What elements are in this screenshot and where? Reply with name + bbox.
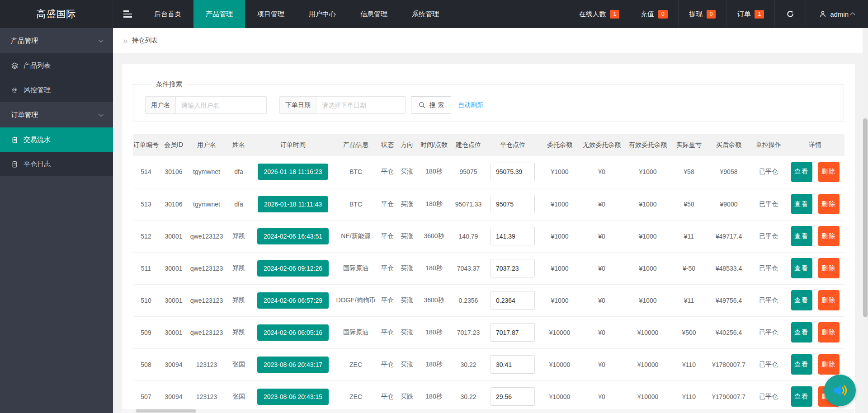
app-logo: 高盛国际	[0, 0, 113, 28]
username-input[interactable]	[176, 97, 266, 113]
nav-item-system[interactable]: 系统管理	[400, 0, 451, 28]
nav-item-projects[interactable]: 项目管理	[245, 0, 297, 28]
cell-control-status: 已平仓	[751, 316, 786, 348]
cell-name: 郑凯	[225, 252, 252, 284]
cell-invalid-entrust: ¥0	[580, 156, 624, 188]
cell-profit: ¥110	[672, 348, 706, 380]
close-point-input[interactable]	[491, 163, 535, 181]
cell-product: ZEC	[334, 380, 378, 413]
view-button[interactable]: 查看	[791, 322, 812, 343]
topbar-right: 在线人数 1 充值 0 提现 0 订单 1 admin	[568, 0, 868, 28]
delete-button[interactable]: 删除	[818, 290, 840, 310]
table-row: 512 30001 qwe123123 郑凯 2024-02-06 16:43:…	[133, 220, 844, 252]
view-button[interactable]: 查看	[791, 290, 812, 310]
horizontal-scrollbar[interactable]	[122, 409, 854, 413]
sidebar-item-label: 平仓日志	[24, 160, 51, 169]
content-card: 条件搜索 用户名 下单日期 搜 索 自动刷新	[122, 64, 855, 413]
auto-refresh-link[interactable]: 自动刷新	[458, 101, 483, 109]
table-row: 513 30106 tgymwnet dfa 2026-01-18 11:11:…	[133, 188, 844, 220]
cell-open-point: 7043.37	[451, 252, 486, 284]
group-label: 产品管理	[11, 37, 38, 45]
delete-button[interactable]: 删除	[818, 258, 840, 278]
stat-withdrawals[interactable]: 提现 0	[678, 0, 726, 28]
close-point-input[interactable]	[491, 195, 535, 213]
delete-button[interactable]: 删除	[818, 194, 840, 214]
chevron-down-icon	[99, 38, 104, 42]
cell-order-no: 508	[133, 348, 159, 380]
close-point-input[interactable]	[491, 355, 535, 374]
refresh-button[interactable]	[774, 0, 806, 28]
cell-close-point	[486, 188, 540, 220]
nav-item-messages[interactable]: 信息管理	[348, 0, 400, 28]
sidebar-toggle-button[interactable]	[113, 0, 142, 28]
search-button[interactable]: 搜 索	[411, 96, 451, 114]
view-button[interactable]: 查看	[791, 226, 812, 246]
cell-invalid-entrust: ¥0	[580, 284, 624, 316]
delete-button[interactable]: 删除	[818, 354, 840, 375]
close-point-input[interactable]	[491, 227, 535, 245]
cell-open-point: 95071.33	[451, 188, 486, 220]
cell-name: dfa	[225, 188, 252, 220]
vertical-scrollbar[interactable]	[863, 28, 868, 413]
close-point-input[interactable]	[491, 323, 535, 342]
cell-open-point: 30.22	[451, 348, 486, 380]
cell-product: BTC	[334, 188, 378, 220]
stat-orders[interactable]: 订单 1	[726, 0, 774, 28]
cell-name: 郑凯	[225, 316, 252, 348]
nav-item-products[interactable]: 产品管理	[193, 0, 245, 28]
stat-online-users[interactable]: 在线人数 1	[568, 0, 630, 28]
cell-member-id: 30001	[159, 316, 188, 348]
vertical-scrollbar-thumb[interactable]	[863, 118, 868, 317]
cell-close-point	[486, 284, 540, 316]
cell-entrust: ¥10000	[540, 316, 580, 348]
sidebar-item-trade-flow[interactable]: 交易流水	[0, 127, 113, 152]
delete-button[interactable]: 删除	[818, 162, 840, 182]
group-label: 订单管理	[11, 111, 38, 119]
col-after-balance: 买后余额	[706, 134, 751, 156]
cell-order-time: 2024-02-06 09:12:26	[252, 252, 334, 284]
view-button[interactable]: 查看	[791, 258, 812, 278]
close-point-input[interactable]	[491, 259, 535, 277]
nav-item-users[interactable]: 用户中心	[297, 0, 348, 28]
chevron-up-icon	[850, 12, 855, 17]
delete-button[interactable]: 删除	[818, 226, 840, 246]
page-title: 持仓列表	[132, 36, 158, 45]
view-button[interactable]: 查看	[791, 354, 812, 375]
cell-username: qwe123123	[188, 284, 225, 316]
stat-deposits[interactable]: 充值 0	[630, 0, 678, 28]
close-point-input[interactable]	[491, 387, 535, 406]
sidebar-item-product-list[interactable]: 产品列表	[0, 53, 113, 78]
horizontal-scrollbar-thumb[interactable]	[136, 409, 196, 413]
cell-close-point	[486, 380, 540, 413]
sidebar-group-products[interactable]: 产品管理	[0, 28, 113, 53]
view-button[interactable]: 查看	[791, 194, 812, 214]
table-row: 514 30106 tgymwnet dfa 2026-01-18 11:16:…	[133, 156, 844, 188]
cell-valid-entrust: ¥1000	[624, 188, 672, 220]
cell-username: tgymwnet	[188, 188, 225, 220]
cell-valid-entrust: ¥1000	[624, 284, 672, 316]
cell-profit: ¥58	[672, 156, 706, 188]
col-name: 姓名	[225, 134, 252, 156]
cell-username: qwe123123	[188, 316, 225, 348]
cell-name: 张国	[225, 348, 252, 380]
cell-order-no: 510	[133, 284, 159, 316]
order-date-input[interactable]	[316, 97, 405, 113]
view-button[interactable]: 查看	[791, 386, 812, 407]
user-icon	[819, 10, 827, 18]
view-button[interactable]: 查看	[791, 162, 812, 182]
cell-close-point	[486, 220, 540, 252]
sidebar-item-risk-control[interactable]: 风控管理	[0, 78, 113, 102]
username-group: 用户名	[145, 96, 267, 114]
cell-direction: 买涨	[397, 188, 417, 220]
admin-menu[interactable]: admin	[806, 0, 868, 28]
nav-item-home[interactable]: 后台首页	[142, 0, 193, 28]
sidebar-item-close-log[interactable]: 平仓日志	[0, 152, 113, 176]
cell-detail: 查看 删除	[786, 156, 844, 188]
delete-button[interactable]: 删除	[818, 322, 840, 343]
sidebar-group-orders[interactable]: 订单管理	[0, 102, 113, 127]
order-time-badge: 2024-02-06 09:12:26	[257, 260, 329, 277]
cell-open-point: 140.79	[451, 220, 486, 252]
close-point-input[interactable]	[491, 291, 535, 310]
cell-valid-entrust: ¥10000	[624, 348, 672, 380]
sound-notification-button[interactable]	[824, 375, 856, 406]
